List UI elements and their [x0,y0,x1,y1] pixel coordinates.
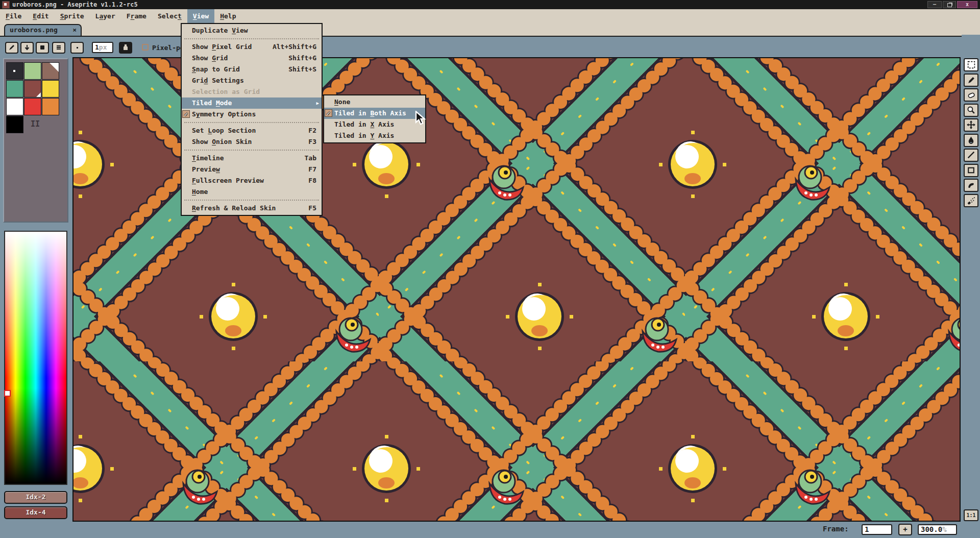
add-frame-button[interactable]: + [898,524,912,535]
view-menu-item-selection-as-grid: Selection as Grid [182,86,322,97]
view-menu-item-grid-settings[interactable]: Grid Settings [182,75,322,86]
view-menu-item-show-grid[interactable]: Show GridShift+G [182,53,322,64]
pencil-tool-button[interactable] [964,74,978,87]
contour-tool-button[interactable] [964,179,978,192]
rectangular-marquee-icon [967,60,975,69]
menu-separator [184,150,319,151]
menubar-items: FileEditSpriteLayerFrameSelectViewHelp [0,12,241,20]
titlebar: uroboros.png - Aseprite v1.1.2-rc5 – x [0,0,980,9]
eyedropper-icon [967,136,975,144]
view-menu-item-refresh-reload-skin[interactable]: Refresh & Reload SkinF5 [182,203,322,214]
one-to-one-button[interactable]: 1:1 [964,509,978,521]
status-bar: Frame: 1 + 300.0% [0,522,980,538]
restore-button[interactable] [943,1,956,8]
palette-swatch[interactable] [24,80,41,97]
view-menu-item-tiled-mode[interactable]: Tiled Mode▶ [182,97,322,109]
contour-icon [967,181,975,189]
palette-swatch[interactable] [42,80,59,97]
menubar-item-layer[interactable]: Layer [90,9,121,23]
view-menu-item-home[interactable]: Home [182,186,322,198]
ink-bottle-button[interactable] [119,42,132,54]
line-icon [967,151,975,159]
spray-icon [967,196,975,205]
tab-uroboros[interactable]: uroboros.png × [4,24,82,36]
menubar-item-select[interactable]: Select [152,9,187,23]
eraser-icon [967,90,975,99]
mouse-cursor-icon [414,111,427,128]
palette-swatch[interactable] [24,98,41,115]
view-menu-item-duplicate-view[interactable]: Duplicate View [182,25,322,36]
rectangular-marquee-tool-button[interactable] [964,58,978,71]
rectangle-tool-button[interactable] [964,164,978,177]
menubar-item-help[interactable]: Help [214,9,241,23]
shortcut-label: F2 [308,125,316,136]
palette-swatch[interactable] [6,98,23,115]
tiled-submenu-item-none[interactable]: None [324,96,425,108]
move-icon [967,120,975,129]
palette-marker: II [31,119,40,129]
color-spectrum-picker[interactable] [4,231,67,485]
foreground-color-button[interactable]: Idx-2 [4,491,67,504]
shortcut-label: Shift+G [288,53,316,64]
lines-button[interactable] [52,42,65,54]
zoom-input[interactable]: 300.0% [918,524,957,535]
view-menu-item-symmetry-options[interactable]: ✓Symmetry Options [182,109,322,120]
view-menu-item-snap-to-grid[interactable]: Snap to GridShift+S [182,64,322,75]
menubar-item-view[interactable]: View [187,9,214,23]
left-sidebar: II Idx-2 Idx-4 [0,57,71,538]
dot-brush-button[interactable] [70,42,84,54]
zoom-tool-button[interactable] [964,104,978,117]
ink-pencil-button[interactable] [5,42,18,54]
palette-swatch[interactable] [24,62,41,80]
palette-swatch[interactable] [42,62,59,80]
view-menu-item-set-loop-section[interactable]: Set Loop SectionF2 [182,125,322,136]
background-color-button[interactable]: Idx-4 [4,506,67,519]
tab-close-icon[interactable]: × [72,25,77,35]
view-menu-item-show-onion-skin[interactable]: Show Onion SkinF3 [182,136,322,148]
restore-icon [947,3,952,7]
menubar: FileEditSpriteLayerFrameSelectViewHelp [0,9,980,23]
frame-input[interactable]: 1 [862,524,892,535]
context-bar: 1px Pixel-pe [0,36,980,57]
shortcut-label: Alt+Shift+G [273,41,316,53]
square-brush-button[interactable] [36,42,49,54]
menubar-item-frame[interactable]: Frame [121,9,152,23]
view-menu-item-fullscreen-preview[interactable]: Fullscreen PreviewF8 [182,175,322,186]
menubar-item-file[interactable]: File [0,9,27,23]
move-tool-button[interactable] [964,118,978,132]
menu-separator [184,122,319,123]
shortcut-label: Shift+S [288,64,316,75]
line-tool-button[interactable] [964,149,978,162]
app-icon [2,1,10,9]
view-menu-item-show-pixel-grid[interactable]: Show Pixel GridAlt+Shift+G [182,41,322,53]
palette-swatch[interactable] [6,80,23,97]
eraser-tool-button[interactable] [964,88,978,102]
tiled-submenu-item-tiled-in-both-axis[interactable]: ✓Tiled in Both Axis [324,108,425,119]
brush-size-input[interactable]: 1px [92,42,113,53]
minimize-button[interactable]: – [927,1,942,8]
tab-label: uroboros.png [10,26,58,34]
palette-swatch[interactable] [6,116,23,133]
tiled-submenu-item-tiled-in-x-axis[interactable]: Tiled in X Axis [324,119,425,130]
menubar-item-edit[interactable]: Edit [27,9,54,23]
pixel-perfect-label: Pixel-pe [152,42,184,54]
palette-swatch[interactable] [42,98,59,115]
shortcut-label: F8 [308,175,316,186]
pencil-icon [967,76,975,84]
tiled-submenu-item-tiled-in-y-axis[interactable]: Tiled in Y Axis [324,130,425,141]
window-title: uroboros.png - Aseprite v1.1.2-rc5 [12,0,138,9]
menubar-item-sprite[interactable]: Sprite [55,9,90,23]
eyedropper-tool-button[interactable] [964,134,978,147]
view-menu: Duplicate ViewShow Pixel GridAlt+Shift+G… [181,23,323,216]
palette-panel: II [3,58,68,223]
close-button[interactable]: x [957,1,977,8]
view-menu-item-preview[interactable]: PreviewF7 [182,164,322,175]
pixel-perfect-checkbox[interactable] [142,44,149,51]
arrow-down-button[interactable] [20,42,34,54]
spectrum-selection-marker[interactable] [4,390,11,397]
selected-color-marker [36,92,41,97]
view-menu-item-timeline[interactable]: TimelineTab [182,153,322,164]
transparent-color-dot [13,70,15,72]
spray-tool-button[interactable] [964,194,978,207]
palette-swatch[interactable] [6,62,23,80]
